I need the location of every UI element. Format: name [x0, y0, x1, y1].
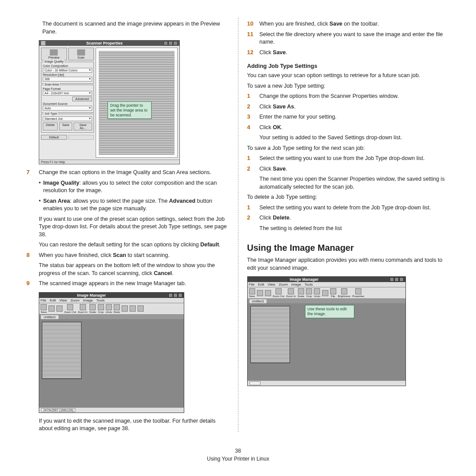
tool-icon[interactable]: [265, 290, 271, 296]
edit-para: If you want to edit the scanned image, u…: [39, 417, 229, 433]
im2-status: [248, 380, 405, 386]
scanner-callout: Drag the pointer to set the image area t…: [108, 101, 152, 119]
im-menubar[interactable]: FileEditViewZoomImageTools: [39, 298, 184, 303]
save-icon[interactable]: [249, 288, 255, 294]
bullet-image-quality: Image Quality: allows you to select the …: [43, 179, 229, 195]
tool-icon[interactable]: [138, 305, 144, 312]
properties-icon[interactable]: [355, 288, 361, 294]
im-image: [42, 322, 82, 379]
im2-menubar[interactable]: FileEditViewZoomImageTools: [248, 282, 405, 287]
zoom-in-icon[interactable]: [288, 288, 294, 294]
sn-4: Click OK.: [260, 124, 450, 132]
page-format-label: Page Format: [43, 87, 92, 90]
resolution-dropdown[interactable]: 300: [43, 77, 92, 82]
image-quality-group: Image Quality: [44, 60, 64, 63]
im2-title: Image Manager: [290, 277, 319, 282]
flip-icon[interactable]: [330, 288, 336, 294]
delete-intro: To delete a Job Type setting:: [247, 193, 450, 201]
job-type-dropdown[interactable]: Standard Job: [43, 116, 92, 121]
step-9: 9: [26, 280, 39, 286]
del-2-after: The setting is deleted from the list: [260, 225, 450, 233]
intro-text: The document is scanned and the image pr…: [42, 20, 229, 36]
using-para: The Image Manager application provides y…: [247, 257, 450, 272]
tool-icon[interactable]: [56, 305, 63, 312]
save-new-intro: To save a new Job Type setting:: [247, 82, 450, 90]
preset-para: If you want to use one of the preset sca…: [39, 216, 229, 239]
jt-save-button[interactable]: Save: [59, 123, 72, 130]
scale-icon[interactable]: [89, 304, 96, 310]
tool-icon[interactable]: [130, 305, 136, 312]
color-label: Color Composition: [43, 64, 92, 67]
scanner-title: Scanner Properties: [86, 41, 123, 45]
sn-4-after: Your setting is added to the Saved Setti…: [260, 134, 450, 142]
im2-toolbar[interactable]: Save Zoom Out Zoom In Scale Crop Undo Fl…: [248, 287, 405, 299]
im2-image: [250, 306, 290, 363]
job-type-group: Job Type: [44, 112, 58, 115]
step-8: 8: [26, 252, 39, 258]
step-12-text: Click Save.: [260, 49, 450, 57]
step-7-text: Change the scan options in the Image Qua…: [39, 169, 229, 177]
del-1: Select the setting you want to delete fr…: [260, 204, 450, 212]
scale-icon[interactable]: [298, 288, 304, 294]
im2-tab[interactable]: Untitled1: [249, 299, 268, 303]
color-dropdown[interactable]: Color - 16 Million Colors: [43, 68, 92, 73]
step-7: 7: [26, 169, 39, 175]
page-number: 38: [0, 447, 476, 455]
step-10-text: When you are finished, click Save on the…: [260, 20, 450, 28]
brightness-icon[interactable]: [341, 288, 347, 294]
sn-3: Enter the name for your setting.: [260, 113, 450, 121]
scan-button[interactable]: Scan: [68, 48, 94, 60]
step-12: 12: [247, 49, 260, 56]
zoom-out-icon[interactable]: [275, 288, 282, 294]
step-9-text: The scanned image appears in the new Ima…: [39, 280, 229, 288]
crop-icon[interactable]: [306, 288, 312, 294]
im-canvas[interactable]: [39, 319, 184, 407]
step-11: 11: [247, 31, 260, 37]
im-tab[interactable]: Untitled1: [41, 315, 59, 319]
zoom-out-icon[interactable]: [67, 304, 73, 310]
redo-icon[interactable]: [322, 290, 328, 296]
nx-1: Select the setting you want to use from …: [260, 155, 450, 163]
crop-icon[interactable]: [98, 304, 104, 310]
page-footer: 38 Using Your Printer in Linux: [0, 447, 476, 463]
doc-source-dropdown[interactable]: Auto: [43, 106, 92, 111]
save-next-intro: To save a Job Type setting for the next …: [247, 145, 450, 152]
undo-icon[interactable]: [106, 304, 112, 310]
default-para: You can restore the default setting for …: [39, 241, 229, 249]
zoom-in-icon[interactable]: [80, 304, 86, 310]
undo-icon[interactable]: [314, 288, 320, 294]
scanner-properties-window: Scanner Properties Preview Scan Image Qu…: [39, 40, 180, 164]
im-title: Image Manager: [77, 293, 106, 298]
jt-delete-button[interactable]: Delete: [43, 123, 58, 130]
redo-icon[interactable]: [114, 304, 120, 310]
page-format-dropdown[interactable]: A4 - 210x297 mm: [43, 91, 92, 96]
im2-canvas[interactable]: Use these tools to edit the image.: [248, 303, 405, 380]
image-manager-window-left: Image Manager FileEditViewZoomImageTools…: [39, 292, 184, 413]
step-10: 10: [247, 20, 260, 27]
window-buttons[interactable]: [164, 41, 178, 45]
step-8-text: When you have finished, click Scan to st…: [39, 252, 229, 260]
doc-source-label: Document Source: [43, 102, 92, 105]
tool-icon[interactable]: [48, 305, 55, 312]
tool-icon[interactable]: [122, 305, 128, 312]
bullet-scan-area: Scan Area: allows you to select the page…: [43, 197, 229, 213]
footer-text: Using Your Printer in Linux: [0, 455, 476, 463]
resolution-label: Resolution [dpi]: [43, 73, 92, 76]
disabled-button: [68, 135, 94, 140]
image-manager-window-right: Image Manager FileEditViewZoomImageTools…: [247, 276, 406, 386]
nx-2-after: The next time you open the Scanner Prope…: [260, 175, 450, 191]
adding-job-type-heading: Adding Job Type Settings: [247, 63, 450, 69]
preview-button[interactable]: Preview: [41, 48, 67, 60]
im2-callout: Use these tools to edit the image.: [305, 305, 354, 318]
scanner-titlebar: Scanner Properties: [39, 41, 179, 46]
jt-saveas-button[interactable]: Save As...: [74, 123, 92, 130]
del-2: Click Delete.: [260, 214, 450, 222]
default-button[interactable]: Default: [41, 135, 67, 140]
add-para: You can save your scan option settings t…: [247, 72, 450, 80]
im-toolbar[interactable]: Save Zoom Out Zoom In Scale Crop Undo Re…: [39, 303, 184, 315]
save-icon[interactable]: [41, 304, 47, 310]
advanced-button[interactable]: Advanced: [72, 97, 92, 101]
tool-icon[interactable]: [257, 290, 263, 296]
scan-area-group: Scan Area: [44, 83, 60, 86]
step-11-text: Select the file directory where you want…: [260, 31, 450, 46]
